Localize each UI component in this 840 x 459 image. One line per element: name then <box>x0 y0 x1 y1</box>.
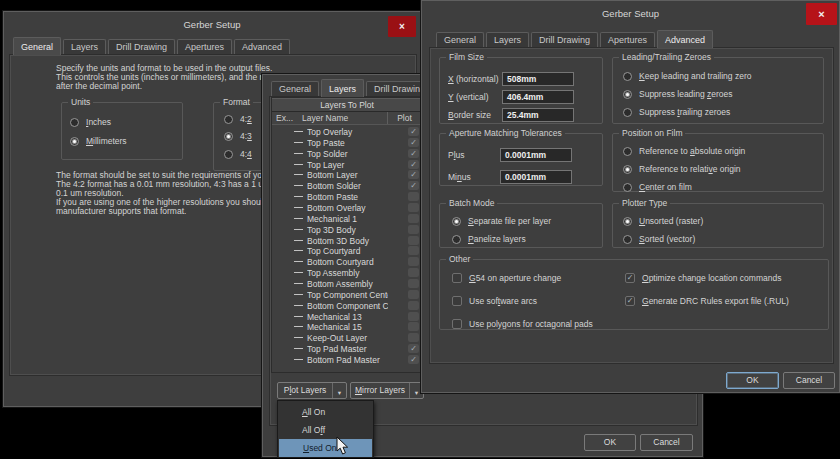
layer-row[interactable]: Keep-Out Layer <box>272 332 422 343</box>
plot-checkbox[interactable] <box>408 312 419 321</box>
ok-button[interactable]: OK <box>584 434 636 451</box>
menu-item-all-off[interactable]: All Off <box>278 421 373 439</box>
minus-input[interactable]: 0.0001mm <box>500 170 572 184</box>
plot-checkbox[interactable] <box>408 279 419 288</box>
radio-separate-file-per-layer[interactable]: Separate file per layer <box>452 216 551 226</box>
plot-checkbox[interactable] <box>408 290 419 299</box>
layer-row[interactable]: Bottom Overlay <box>272 202 422 213</box>
tab-general[interactable]: General <box>436 32 484 48</box>
radio-suppress-trailing-zeroes[interactable]: Suppress trailing zeroes <box>623 107 730 117</box>
radio-reference-relative-origin[interactable]: Reference to relative origin <box>623 164 741 174</box>
plot-checkbox[interactable]: ✓ <box>408 149 419 158</box>
x-horizontal-input[interactable]: 508mm <box>502 72 574 86</box>
checkbox-g54-on-aperture-change[interactable]: G54 on aperture change <box>452 273 561 283</box>
tab-layers[interactable]: Layers <box>63 39 106 55</box>
layer-row[interactable]: Bottom 3D Body <box>272 235 422 246</box>
tab-drill-drawing[interactable]: Drill Drawing <box>108 39 175 55</box>
menu-item-used-on[interactable]: Used On <box>279 439 372 457</box>
layer-row[interactable]: Bottom Pad Master✓ <box>272 354 422 365</box>
tab-advanced[interactable]: Advanced <box>657 30 713 48</box>
layer-row[interactable]: Top Assembly <box>272 267 422 278</box>
plot-checkbox[interactable] <box>408 333 419 342</box>
close-icon[interactable]: × <box>388 16 416 37</box>
layer-row[interactable]: Bottom Courtyard <box>272 256 422 267</box>
menu-item-label: All On <box>302 407 325 417</box>
plot-checkbox[interactable] <box>408 236 419 245</box>
layer-row[interactable]: Top Solder✓ <box>272 148 422 159</box>
mirror-layers-label[interactable]: Mirror Layers <box>351 383 410 398</box>
layer-row[interactable]: Bottom Component Center <box>272 300 422 311</box>
radio-unsorted-raster[interactable]: Unsorted (raster) <box>623 216 703 226</box>
layer-row[interactable]: Top Pad Master✓ <box>272 343 422 354</box>
layer-row[interactable]: Top Component Center <box>272 289 422 300</box>
tab-general[interactable]: General <box>13 37 61 55</box>
plot-checkbox[interactable] <box>408 322 419 331</box>
layer-row[interactable]: Mechanical 15 <box>272 321 422 332</box>
layer-row[interactable]: Top Courtyard <box>272 245 422 256</box>
plus-input[interactable]: 0.0001mm <box>500 148 572 162</box>
border-size-input[interactable]: 25.4mm <box>502 108 574 122</box>
radio-keep-leading-trailing-zero[interactable]: Keep leading and trailing zero <box>623 71 751 81</box>
checkbox-use-polygons-octagonal-pads[interactable]: Use polygons for octagonal pads <box>452 319 593 329</box>
radio-reference-absolute-origin[interactable]: Reference to absolute origin <box>623 146 745 156</box>
plot-checkbox[interactable]: ✓ <box>408 170 419 179</box>
layer-row[interactable]: Mechanical 13 <box>272 311 422 322</box>
layer-row[interactable]: Bottom Paste <box>272 191 422 202</box>
checkbox-generate-drc-rules[interactable]: ✓ Generate DRC Rules export file (.RUL) <box>625 296 789 306</box>
layer-row[interactable]: Bottom Layer✓ <box>272 169 422 180</box>
radio-millimeters[interactable]: Millimeters <box>70 136 127 146</box>
mirror-layers-button[interactable]: Mirror Layers ▼ <box>350 382 424 399</box>
cancel-button[interactable]: Cancel <box>640 434 693 451</box>
layer-row[interactable]: Top Overlay✓ <box>272 126 422 137</box>
plot-checkbox[interactable] <box>408 225 419 234</box>
layer-row[interactable]: Mechanical 1 <box>272 213 422 224</box>
column-ext[interactable]: Ex... <box>272 112 302 124</box>
radio-inches[interactable]: Inches <box>70 117 111 127</box>
plot-layers-label[interactable]: Plot Layers <box>278 383 333 398</box>
column-layer-name[interactable]: Layer Name <box>302 112 387 124</box>
tab-advanced[interactable]: Advanced <box>234 39 290 55</box>
y-vertical-input[interactable]: 406.4mm <box>502 90 574 104</box>
cancel-button[interactable]: Cancel <box>783 372 835 389</box>
layer-row[interactable]: Top 3D Body <box>272 224 422 235</box>
plot-checkbox[interactable]: ✓ <box>408 138 419 147</box>
plot-layers-menu: All On All Off Used On <box>277 400 374 458</box>
plot-checkbox[interactable] <box>408 192 419 201</box>
tab-apertures[interactable]: Apertures <box>177 39 232 55</box>
menu-item-all-on[interactable]: All On <box>278 403 373 421</box>
layer-row[interactable]: Top Layer✓ <box>272 159 422 170</box>
tab-layers[interactable]: Layers <box>486 32 529 48</box>
radio-format-4-3[interactable]: 4:3 <box>224 131 252 141</box>
plot-checkbox[interactable] <box>408 203 419 212</box>
plot-layers-button[interactable]: Plot Layers ▼ <box>277 382 347 399</box>
plot-checkbox[interactable] <box>408 301 419 310</box>
close-icon[interactable]: × <box>806 3 837 25</box>
column-plot[interactable]: Plot <box>387 112 422 124</box>
checkbox-use-software-arcs[interactable]: Use software arcs <box>452 296 537 306</box>
radio-format-4-2[interactable]: 4:2 <box>224 114 252 124</box>
plot-checkbox[interactable] <box>408 268 419 277</box>
checkbox-optimize-change-location[interactable]: ✓ Optimize change location commands <box>625 273 781 283</box>
ok-button[interactable]: OK <box>726 372 779 389</box>
plot-checkbox[interactable]: ✓ <box>408 344 419 353</box>
plot-checkbox[interactable]: ✓ <box>408 181 419 190</box>
layer-row[interactable]: Bottom Solder✓ <box>272 180 422 191</box>
plot-checkbox[interactable]: ✓ <box>408 355 419 364</box>
plot-checkbox[interactable] <box>408 214 419 223</box>
radio-suppress-leading-zeroes[interactable]: Suppress leading zeroes <box>623 89 733 99</box>
plot-checkbox[interactable] <box>408 246 419 255</box>
radio-format-4-4[interactable]: 4:4 <box>224 149 252 159</box>
tab-drill-drawing[interactable]: Drill Drawing <box>531 32 598 48</box>
tab-apertures[interactable]: Apertures <box>600 32 655 48</box>
tab-general[interactable]: General <box>271 81 319 97</box>
layer-row[interactable]: Top Paste✓ <box>272 137 422 148</box>
plot-checkbox[interactable] <box>408 257 419 266</box>
plot-checkbox[interactable]: ✓ <box>408 127 419 136</box>
radio-sorted-vector[interactable]: Sorted (vector) <box>623 234 695 244</box>
plot-checkbox[interactable]: ✓ <box>408 160 419 169</box>
tab-layers[interactable]: Layers <box>321 79 364 97</box>
radio-panelize-layers[interactable]: Panelize layers <box>452 234 526 244</box>
plot-layers-dropdown[interactable]: ▼ <box>333 383 346 398</box>
radio-center-on-film[interactable]: Center on film <box>623 182 692 192</box>
layer-row[interactable]: Bottom Assembly <box>272 278 422 289</box>
